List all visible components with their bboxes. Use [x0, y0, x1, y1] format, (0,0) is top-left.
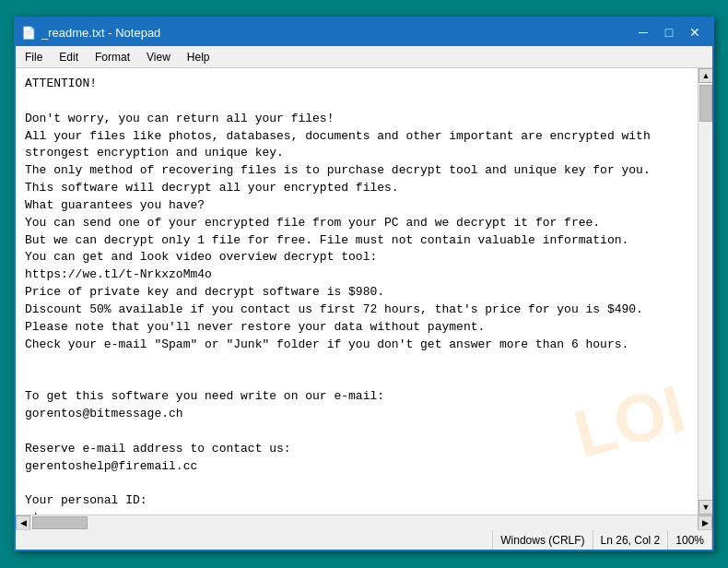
scroll-thumb-vertical[interactable] — [699, 85, 712, 122]
status-zoom: 100% — [668, 530, 712, 550]
menu-bar: File Edit Format View Help — [16, 46, 712, 68]
app-icon: 📄 — [21, 25, 36, 40]
scroll-track-vertical[interactable] — [699, 83, 712, 500]
menu-format[interactable]: Format — [91, 49, 134, 65]
menu-edit[interactable]: Edit — [55, 49, 82, 65]
scroll-down-button[interactable]: ▼ — [699, 500, 712, 515]
scroll-thumb-horizontal[interactable] — [32, 516, 88, 529]
title-bar: 📄 _readme.txt - Notepad ─ □ ✕ — [16, 18, 712, 46]
status-position: Ln 26, Col 2 — [593, 530, 669, 550]
title-bar-left: 📄 _readme.txt - Notepad — [21, 25, 160, 40]
text-content[interactable]: ATTENTION! Don't worry, you can return a… — [16, 68, 698, 515]
notepad-window: 📄 _readme.txt - Notepad ─ □ ✕ File Edit … — [14, 17, 714, 551]
status-encoding: Windows (CRLF) — [493, 530, 593, 550]
scroll-left-button[interactable]: ◀ — [16, 515, 30, 530]
scroll-up-button[interactable]: ▲ — [699, 68, 712, 83]
title-controls: ─ □ ✕ — [631, 23, 707, 41]
close-button[interactable]: ✕ — [683, 23, 707, 41]
menu-view[interactable]: View — [143, 49, 174, 65]
status-empty — [16, 530, 493, 550]
status-bar: Windows (CRLF) Ln 26, Col 2 100% — [16, 529, 712, 550]
menu-help[interactable]: Help — [183, 49, 214, 65]
content-area: ATTENTION! Don't worry, you can return a… — [16, 68, 712, 515]
minimize-button[interactable]: ─ — [631, 23, 655, 41]
menu-file[interactable]: File — [21, 49, 46, 65]
scroll-track-horizontal[interactable] — [30, 515, 698, 530]
maximize-button[interactable]: □ — [657, 23, 681, 41]
scrollbar-horizontal[interactable]: ◀ ▶ — [16, 515, 712, 529]
scrollbar-vertical[interactable]: ▲ ▼ — [698, 68, 712, 515]
window-title: _readme.txt - Notepad — [41, 26, 160, 40]
scroll-right-button[interactable]: ▶ — [698, 515, 712, 530]
